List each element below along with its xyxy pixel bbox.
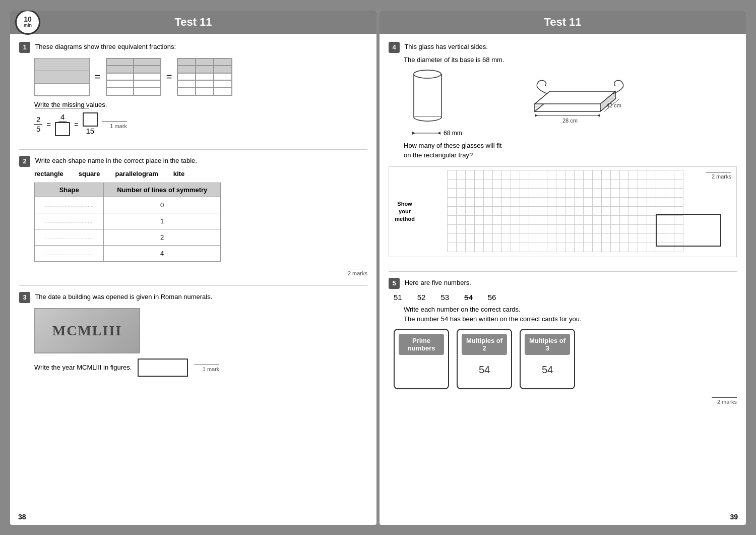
num-54: 54 xyxy=(464,293,473,302)
symmetry-cell-0: 0 xyxy=(104,197,221,213)
q2-text: Write each shape name in the correct pla… xyxy=(35,157,197,164)
answer-box-q4[interactable] xyxy=(656,214,721,247)
answer-grid[interactable] xyxy=(447,170,683,252)
svg-text:42 cm: 42 cm xyxy=(606,102,621,108)
fraction-expression: 2 5 = 4 = 15 1 mark xyxy=(34,112,367,136)
svg-marker-11 xyxy=(597,114,600,117)
card-multiples-of-3[interactable]: Multiples of 3 54 xyxy=(520,329,575,389)
equals-1: = xyxy=(95,71,101,83)
question-3: 3 The date a building was opened is give… xyxy=(19,292,367,377)
right-page: Test 11 4 This glass has vertical sides.… xyxy=(380,11,746,525)
num-56: 56 xyxy=(488,293,496,302)
table-row: ................................ 2 xyxy=(35,229,221,245)
question-1: 1 These diagrams show three equivalent f… xyxy=(19,42,367,140)
answer-box-q1-num[interactable] xyxy=(83,112,98,127)
svg-text:28 cm: 28 cm xyxy=(562,117,578,124)
q3-marks: 1 mark xyxy=(194,365,219,372)
frac-2-5: 2 5 xyxy=(34,115,42,134)
question-4: 4 This glass has vertical sides. The dia… xyxy=(389,42,737,262)
shape-cell-2[interactable]: ................................ xyxy=(35,229,104,245)
card-mult3-title: Multiples of 3 xyxy=(525,334,570,355)
frac-diagram-2 xyxy=(106,58,161,96)
shape-names: rectangle square parallelogram kite xyxy=(34,170,367,177)
diameter-text: 68 mm xyxy=(444,130,462,137)
fraction-diagrams: = = xyxy=(34,58,367,96)
numbers-row: 51 52 53 54 56 xyxy=(394,293,737,302)
num-53: 53 xyxy=(440,293,449,302)
card-multiples-of-2[interactable]: Multiples of 2 54 xyxy=(457,329,512,389)
q3-header: 3 The date a building was opened is give… xyxy=(19,292,367,303)
left-page-number: 38 xyxy=(18,513,26,521)
q3-sub: Write the year MCMLIII in figures. xyxy=(34,364,132,371)
answer-box-roman[interactable] xyxy=(138,359,188,377)
shape-cell-3[interactable]: ................................ xyxy=(35,245,104,261)
shape-name-2: parallelogram xyxy=(115,170,158,177)
svg-marker-3 xyxy=(412,132,415,135)
tray-svg: 28 cm 42 cm xyxy=(520,66,631,127)
q5-marks: 2 marks xyxy=(712,397,737,405)
q5-text: Here are five numbers. xyxy=(405,279,471,286)
table-row: ................................ 4 xyxy=(35,245,221,261)
q3-text: The date a building was opened is given … xyxy=(35,293,212,301)
q4-marks: 2 marks xyxy=(706,172,731,180)
svg-marker-4 xyxy=(437,132,440,135)
timer-label: min xyxy=(24,23,32,28)
q3-number: 3 xyxy=(19,292,30,303)
left-header: 10 min Test 11 xyxy=(10,11,376,34)
tray-area: 28 cm 42 cm xyxy=(520,66,631,128)
shapes-table: Shape Number of lines of symmetry ......… xyxy=(34,183,221,262)
q2-header: 2 Write each shape name in the correct p… xyxy=(19,156,367,167)
card-mult2-title: Multiples of 2 xyxy=(462,334,507,355)
symmetry-cell-1: 1 xyxy=(104,213,221,229)
right-page-number: 39 xyxy=(730,513,738,521)
svg-rect-0 xyxy=(414,74,442,117)
diameter-arrow xyxy=(411,130,442,137)
frac-4-x: 4 xyxy=(55,112,70,136)
timer: 10 min xyxy=(15,11,40,35)
cylinder-container: 68 mm xyxy=(409,67,505,137)
shape-name-3: kite xyxy=(173,170,184,177)
q5-sub1: Write each number on the correct cards. xyxy=(404,306,737,313)
svg-marker-10 xyxy=(535,114,538,117)
symmetry-cell-2: 2 xyxy=(104,229,221,245)
symmetry-cell-3: 4 xyxy=(104,245,221,261)
grid-area: Showyourmethod 2 marks xyxy=(389,166,737,257)
answer-box-q1-denom[interactable] xyxy=(55,122,70,136)
q1-sub1: Write the missing values. xyxy=(34,101,367,108)
num-51: 51 xyxy=(394,293,402,302)
left-content: 1 These diagrams show three equivalent f… xyxy=(10,34,376,394)
table-row: ................................ 1 xyxy=(35,213,221,229)
right-header: Test 11 xyxy=(380,11,746,34)
frac-diagram-3 xyxy=(177,58,232,96)
q5-sub2: The number 54 has been written on the co… xyxy=(404,315,737,323)
frac-x-15: 15 xyxy=(83,112,98,136)
timer-number: 10 xyxy=(24,16,32,23)
shape-cell-0[interactable]: ................................ xyxy=(35,197,104,213)
num-52: 52 xyxy=(417,293,426,302)
q2-number: 2 xyxy=(19,156,30,167)
left-title: Test 11 xyxy=(174,16,212,28)
table-header-shape: Shape xyxy=(35,183,104,197)
svg-point-1 xyxy=(414,70,441,78)
cards-row: Prime numbers Multiples of 2 54 Multiple… xyxy=(394,329,737,389)
q5-number: 5 xyxy=(389,278,400,289)
card-prime-numbers[interactable]: Prime numbers xyxy=(394,329,449,389)
shape-name-1: square xyxy=(79,170,100,177)
shape-cell-1[interactable]: ................................ xyxy=(35,213,104,229)
question-2: 2 Write each shape name in the correct p… xyxy=(19,156,367,276)
left-page: 10 min Test 11 1 These diagrams show thr… xyxy=(10,11,376,525)
cylinder-svg xyxy=(409,67,449,127)
card-mult3-value: 54 xyxy=(542,364,553,376)
roman-numeral-image: MCMLIII xyxy=(34,308,140,353)
shape-name-0: rectangle xyxy=(34,170,64,177)
card-mult2-value: 54 xyxy=(479,364,490,376)
q1-marks: 1 mark xyxy=(102,122,127,129)
table-header-symmetry: Number of lines of symmetry xyxy=(104,183,221,197)
grid-label: Showyourmethod xyxy=(392,200,417,223)
q4-number: 4 xyxy=(389,42,400,53)
right-content: 4 This glass has vertical sides. The dia… xyxy=(380,34,746,422)
q2-marks: 2 marks xyxy=(342,269,367,276)
q4-left: The diameter of its base is 68 mm. xyxy=(389,56,505,162)
frac-diagram-1 xyxy=(34,58,90,96)
table-row: ................................ 0 xyxy=(35,197,221,213)
